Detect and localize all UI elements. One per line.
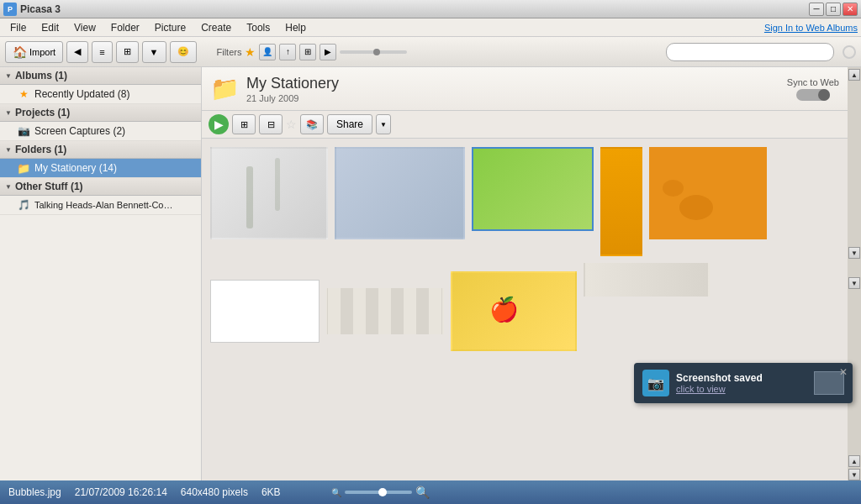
play-button[interactable]: ▶ bbox=[209, 114, 229, 134]
import-button[interactable]: 🏠 Import bbox=[5, 41, 63, 63]
toast-subtitle[interactable]: click to view bbox=[676, 384, 807, 394]
menu-file[interactable]: File bbox=[3, 20, 33, 35]
menu-help[interactable]: Help bbox=[278, 20, 313, 35]
sidebar: ▼ Albums (1) ★ Recently Updated (8) ▼ Pr… bbox=[0, 67, 202, 480]
filmstrip-btn[interactable]: ⊟ bbox=[259, 114, 283, 134]
minimize-button[interactable]: ─ bbox=[809, 3, 824, 16]
photo-thumb-7[interactable] bbox=[326, 288, 444, 334]
status-dimensions: 640x480 pixels bbox=[181, 486, 248, 498]
menu-view[interactable]: View bbox=[67, 20, 103, 35]
photo-thumb-4[interactable] bbox=[600, 147, 642, 256]
camera-icon: 📷 bbox=[17, 124, 30, 138]
photo-thumb-6[interactable] bbox=[210, 280, 320, 343]
menu-picture[interactable]: Picture bbox=[148, 20, 193, 35]
list-icon: ≡ bbox=[99, 47, 104, 57]
zoom-slider-area[interactable]: 🔍 🔍 bbox=[331, 486, 430, 499]
album-btn[interactable]: 📚 bbox=[300, 114, 324, 134]
toast-notification[interactable]: 📷 Screenshot saved click to view ✕ bbox=[634, 363, 853, 403]
photo-thumb-8[interactable] bbox=[451, 271, 577, 351]
filter-slider[interactable] bbox=[340, 50, 407, 54]
flag-filter[interactable]: ▶ bbox=[320, 44, 336, 60]
folder-icon: 📁 bbox=[17, 161, 30, 175]
zoom-icon-large: 🔍 bbox=[415, 486, 430, 499]
title-bar-controls[interactable]: ─ □ ✕ bbox=[809, 3, 858, 16]
folder-name: My Stationery bbox=[246, 75, 339, 92]
share-button[interactable]: Share bbox=[327, 114, 372, 134]
sidebar-projects-header[interactable]: ▼ Projects (1) bbox=[0, 104, 201, 122]
photo-thumb-5[interactable] bbox=[649, 147, 767, 239]
list-view-button[interactable]: ≡ bbox=[92, 41, 112, 63]
folder-title-area: 📁 My Stationery 21 July 2009 bbox=[210, 75, 339, 103]
dropdown-icon: ▼ bbox=[150, 47, 159, 57]
zoom-slider[interactable] bbox=[345, 491, 412, 494]
photo-thumb-3[interactable] bbox=[472, 147, 594, 231]
grid-view-btn[interactable]: ⊞ bbox=[232, 114, 256, 134]
menu-tools[interactable]: Tools bbox=[240, 20, 277, 35]
other-stuff-label: Other Stuff (1) bbox=[15, 181, 83, 192]
close-button[interactable]: ✕ bbox=[843, 3, 858, 16]
content-header: 📁 My Stationery 21 July 2009 Sync to Web bbox=[202, 67, 848, 111]
scroll-up2[interactable]: ▲ bbox=[848, 455, 860, 467]
sidebar-item-recently-updated[interactable]: ★ Recently Updated (8) bbox=[0, 85, 201, 104]
sidebar-other-header[interactable]: ▼ Other Stuff (1) bbox=[0, 178, 201, 196]
zoom-handle bbox=[378, 488, 387, 496]
grid-icon: ⊞ bbox=[124, 46, 131, 57]
filter-area: Filters ★ 👤 ↑ ⊞ ▶ bbox=[217, 44, 408, 60]
content-area: 📁 My Stationery 21 July 2009 Sync to Web… bbox=[202, 67, 848, 480]
toast-close-button[interactable]: ✕ bbox=[839, 366, 848, 378]
sidebar-item-my-stationery[interactable]: 📁 My Stationery (14) bbox=[0, 159, 201, 178]
menu-create[interactable]: Create bbox=[194, 20, 238, 35]
status-filesize: 6KB bbox=[261, 486, 281, 498]
projects-label: Projects (1) bbox=[15, 107, 70, 118]
sidebar-item-talking-heads[interactable]: 🎵 Talking Heads-Alan Bennett-Com... bbox=[0, 196, 201, 215]
grid-view-button[interactable]: ⊞ bbox=[116, 41, 139, 63]
scroll-down3[interactable]: ▼ bbox=[848, 469, 860, 480]
sidebar-item-screen-captures[interactable]: 📷 Screen Captures (2) bbox=[0, 122, 201, 141]
app-title: Picasa 3 bbox=[20, 3, 61, 15]
sync-toggle[interactable] bbox=[796, 89, 830, 101]
photo-grid[interactable] bbox=[202, 139, 848, 480]
main-area: ▼ Albums (1) ★ Recently Updated (8) ▼ Pr… bbox=[0, 67, 861, 480]
face-detect-button[interactable]: 😊 bbox=[170, 41, 197, 63]
collapse-icon: ▼ bbox=[5, 183, 12, 191]
sign-in-link[interactable]: Sign In to Web Albums bbox=[764, 23, 858, 33]
recently-updated-label: Recently Updated (8) bbox=[34, 88, 129, 100]
sidebar-folders-header[interactable]: ▼ Folders (1) bbox=[0, 141, 201, 159]
search-container: 🔍 bbox=[666, 43, 834, 61]
star-rating[interactable]: ☆ bbox=[286, 118, 297, 131]
my-stationery-label: My Stationery (14) bbox=[34, 162, 117, 174]
view-dropdown-button[interactable]: ▼ bbox=[142, 41, 166, 63]
photo-thumb-1[interactable] bbox=[210, 147, 328, 239]
collapse-icon: ▼ bbox=[5, 72, 12, 80]
share-dropdown[interactable]: ▼ bbox=[376, 114, 391, 134]
sync-area: Sync to Web bbox=[787, 77, 839, 101]
scroll-up[interactable]: ▲ bbox=[848, 69, 860, 81]
app-icon: P bbox=[3, 3, 17, 16]
toast-text: Screenshot saved click to view bbox=[676, 372, 807, 394]
star-filter[interactable]: ★ bbox=[245, 45, 256, 59]
person-filter[interactable]: 👤 bbox=[259, 44, 276, 60]
photo-thumb-9[interactable] bbox=[584, 263, 710, 297]
folder-large-icon: 📁 bbox=[210, 75, 240, 102]
sidebar-albums-header[interactable]: ▼ Albums (1) bbox=[0, 67, 201, 85]
scroll-down[interactable]: ▼ bbox=[848, 247, 860, 259]
sync-toggle-knob bbox=[818, 89, 830, 101]
folder-date: 21 July 2009 bbox=[246, 93, 339, 103]
menu-bar: File Edit View Folder Picture Create Too… bbox=[0, 18, 861, 37]
face-icon: 😊 bbox=[177, 46, 189, 57]
star-icon: ★ bbox=[17, 87, 30, 101]
upload-filter[interactable]: ↑ bbox=[279, 44, 296, 60]
grid-filter[interactable]: ⊞ bbox=[299, 44, 316, 60]
maximize-button[interactable]: □ bbox=[826, 3, 841, 16]
arrow-left-button[interactable]: ◀ bbox=[66, 41, 88, 63]
menu-folder[interactable]: Folder bbox=[104, 20, 146, 35]
scroll-down2[interactable]: ▼ bbox=[848, 277, 860, 289]
menu-edit[interactable]: Edit bbox=[34, 20, 66, 35]
zoom-icon: 🔍 bbox=[331, 488, 341, 497]
search-input[interactable] bbox=[666, 43, 834, 61]
screen-captures-label: Screen Captures (2) bbox=[34, 125, 125, 137]
content-scrollbar[interactable]: ▲ ▼ ▼ ▲ ▼ bbox=[848, 67, 861, 480]
import-icon: 🏠 bbox=[13, 45, 27, 59]
status-bar: Bubbles.jpg 21/07/2009 16:26:14 640x480 … bbox=[0, 480, 861, 504]
photo-thumb-2[interactable] bbox=[335, 147, 465, 239]
